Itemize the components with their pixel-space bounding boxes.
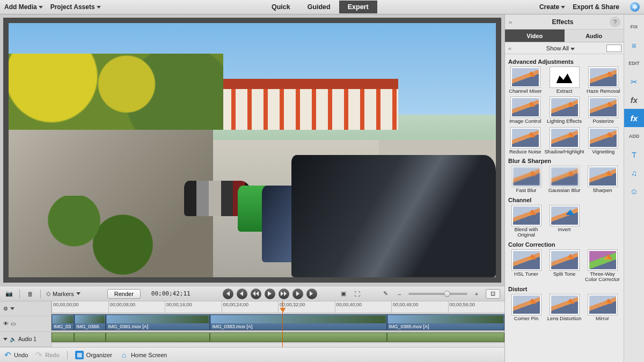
effect-preset[interactable]: Reduce Noise [508, 128, 543, 154]
effect-preset[interactable]: Split Tone [546, 250, 582, 283]
timeline-settings-header[interactable]: ⚙ [0, 301, 51, 316]
rail-titles[interactable]: T [624, 145, 644, 164]
create-menu[interactable]: Create [539, 3, 565, 11]
effects-category-dropdown[interactable]: Show All [515, 45, 606, 51]
effect-preset[interactable]: Haze Removal [586, 67, 620, 94]
goto-start-button[interactable] [223, 289, 233, 299]
effect-preset[interactable]: Three-Way Color Corrector [584, 250, 620, 283]
menu-bar: Add Media Project Assets Quick Guided Ex… [0, 0, 644, 14]
play-button[interactable] [265, 289, 275, 299]
audio-clip[interactable] [387, 333, 504, 342]
tab-guided[interactable]: Guided [299, 1, 339, 13]
zoom-out-icon[interactable]: – [394, 289, 404, 299]
effect-preset[interactable]: Fast Blur [508, 166, 544, 193]
effect-preset[interactable]: Shadow/Highlight [545, 128, 584, 154]
project-assets-menu[interactable]: Project Assets [50, 3, 101, 11]
effect-thumbnail [511, 97, 540, 117]
effect-preset[interactable]: Extract [545, 67, 584, 94]
effect-preset[interactable]: Gaussian Blur [546, 166, 582, 193]
camera-icon[interactable]: 📷 [4, 289, 14, 299]
audio-clip[interactable] [106, 333, 210, 342]
timeline-clip[interactable]: IMG_03 [52, 314, 74, 330]
audio-track-header[interactable]: 🔈Audio 1 [0, 332, 51, 347]
video-track-header[interactable]: 👁▭ [0, 316, 51, 331]
effects-tab-audio[interactable]: Audio [565, 29, 624, 42]
organizer-button[interactable]: ▦Organizer [75, 351, 112, 359]
effect-thumbnail [512, 294, 541, 315]
rail-fx[interactable]: fx [624, 109, 644, 127]
render-button[interactable]: Render [107, 289, 141, 299]
effects-search-input[interactable] [606, 45, 621, 52]
effect-preset[interactable]: Blend with Original [508, 205, 544, 238]
rail-adjust[interactable]: ≡ [624, 36, 644, 54]
zoom-in-icon[interactable]: + [472, 289, 481, 299]
video-track[interactable]: IMG_03IMG_0368.IMG_0381.mov [A]IMG_0383.… [52, 313, 504, 331]
caret-icon [39, 6, 43, 9]
audio-track[interactable] [52, 331, 504, 343]
effect-preset[interactable]: Vignetting [586, 128, 620, 154]
effect-preset[interactable]: HSL Tuner [508, 250, 544, 283]
timeline-ruler[interactable]: 00;00;00;0000;00;08;0000;00;16;0000;00;2… [52, 301, 504, 313]
effect-thumbnail [589, 97, 618, 117]
rewind-button[interactable] [251, 289, 261, 299]
fit-button[interactable]: ⊡ [486, 289, 500, 299]
timeline-clip[interactable]: IMG_0381.mov [A] [106, 314, 210, 330]
redo-button[interactable]: ↷Redo [35, 350, 59, 360]
fullscreen-icon[interactable]: ⛶ [353, 289, 362, 299]
trash-icon[interactable]: 🗑 [25, 289, 35, 299]
rail-music[interactable]: ♫ [624, 164, 644, 182]
fast-forward-button[interactable] [279, 289, 289, 299]
home-screen-button[interactable]: ⌂Home Screen [120, 351, 167, 359]
help-icon[interactable]: ? [610, 17, 620, 27]
effect-preset[interactable]: Channel Mixer [508, 67, 543, 94]
audio-clip[interactable] [52, 333, 74, 342]
effect-preset[interactable]: Sharpen [584, 166, 620, 193]
preview-monitor[interactable] [9, 23, 496, 277]
zoom-slider[interactable] [408, 293, 467, 295]
rail-graphics[interactable]: ☺ [624, 182, 644, 200]
effect-preset[interactable]: Corner Pin [508, 294, 544, 321]
rail-crop[interactable]: ✂ [624, 72, 644, 91]
fx-out-icon: fx [631, 96, 638, 104]
effect-label: Corner Pin [514, 316, 538, 321]
step-back-button[interactable] [237, 289, 247, 299]
tools-icon[interactable]: ✎ [380, 289, 390, 299]
panel-collapse-icon[interactable]: » [505, 19, 516, 25]
effect-preset[interactable]: Lighting Effects [545, 97, 584, 124]
effect-label: Reduce Noise [509, 149, 541, 154]
effect-preset[interactable]: Mirror [584, 294, 620, 321]
safe-margins-icon[interactable]: ▣ [339, 289, 348, 299]
history-back-icon[interactable]: « [505, 45, 515, 51]
effects-tab-video[interactable]: Video [505, 29, 565, 42]
effect-preset[interactable]: Posterize [586, 97, 620, 124]
settings-gear-icon[interactable]: ✲ [630, 2, 640, 12]
effect-label: Gaussian Blur [548, 188, 581, 193]
tab-quick[interactable]: Quick [263, 1, 299, 13]
effect-preset[interactable]: Image Control [508, 97, 543, 124]
playhead[interactable] [282, 301, 283, 347]
rail-add[interactable]: ADD [624, 127, 644, 145]
rail-edit[interactable]: EDIT [624, 54, 644, 72]
ruler-tick: 00;00;00;00 [52, 301, 79, 313]
markers-dropdown[interactable]: ◇ Markers [46, 290, 80, 297]
effect-preset[interactable]: Invert [546, 205, 582, 238]
effects-filter-bar: « Show All [505, 42, 624, 54]
timeline-clip[interactable]: IMG_0385.mov [A] [387, 314, 504, 330]
step-forward-button[interactable] [292, 289, 303, 299]
add-media-menu[interactable]: Add Media [4, 3, 43, 11]
effect-preset[interactable]: Lens Distortion [546, 294, 582, 321]
bottom-bar: ↶Undo ↷Redo ▦Organizer ⌂Home Screen [0, 347, 504, 362]
rail-fx-out[interactable]: fx [624, 91, 644, 109]
undo-button[interactable]: ↶Undo [4, 350, 28, 360]
audio-clip[interactable] [74, 333, 106, 342]
timeline-clip[interactable]: IMG_0368. [74, 314, 106, 330]
audio-clip[interactable] [210, 333, 386, 342]
effect-thumbnail [511, 128, 540, 148]
effect-label: Posterize [592, 119, 614, 124]
goto-end-button[interactable] [306, 289, 317, 299]
rail-fix[interactable]: FIX [624, 18, 644, 36]
tab-expert[interactable]: Expert [339, 1, 377, 13]
workspace-tabs: Quick Guided Expert [263, 1, 377, 13]
timeline-clip[interactable]: IMG_0383.mov [A] [210, 314, 386, 330]
export-share-menu[interactable]: Export & Share [573, 3, 619, 11]
